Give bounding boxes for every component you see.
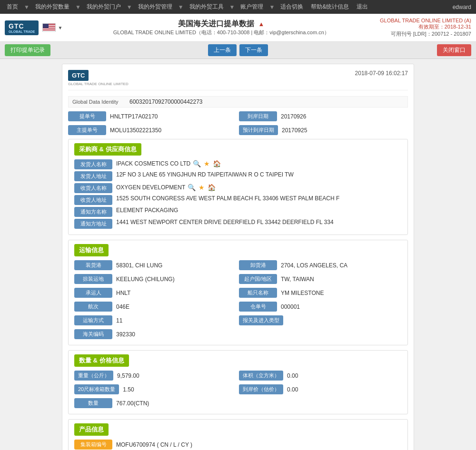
voyage-label: 航次: [74, 302, 112, 312]
origin-country-label: 起户国/地区: [239, 274, 277, 284]
quantity-section: 数量 & 价格信息 重量（公斤） 9,579.00 体积（立方米） 0.00 2…: [68, 350, 408, 414]
nav-tools[interactable]: 我的外贸工具: [188, 2, 226, 12]
shipper-star-icon[interactable]: ★: [203, 159, 210, 168]
transport-mode-value: 11: [116, 317, 237, 324]
qty-label: 数量: [74, 398, 112, 408]
document-content: GTC GLOBAL TRADE ONLINE LIMITED 2018-07-…: [57, 59, 419, 450]
carrier-row: 承运人 HNLT: [74, 288, 237, 298]
consignee-star-icon[interactable]: ★: [198, 183, 205, 192]
close-button[interactable]: 关闭窗口: [437, 44, 471, 56]
page-title: 美国海关进口提单数据 ▲: [113, 19, 329, 29]
product-section-header: 产品信息: [74, 423, 109, 436]
customs-code-value: 392330: [116, 331, 402, 338]
notify-value: ELEMENT PACKAGING: [116, 207, 402, 214]
volume-value: 0.00: [287, 372, 402, 379]
voyage-row: 航次 046E: [74, 302, 237, 312]
consignee-value: OXYGEN DEVELOPMENT: [116, 184, 185, 191]
user-name: edward: [453, 4, 471, 10]
prev-button[interactable]: 上一条: [208, 44, 237, 56]
foreign-port-row: 报关及进入类型: [239, 315, 402, 325]
nav-home[interactable]: 首页: [5, 2, 20, 12]
page-subtitle: GLOBAL TRADE ONLINE LIMITED（电话：400-710-3…: [113, 29, 329, 36]
gdi-row: Global Data Identity 6003201709270000044…: [68, 96, 408, 108]
gdi-value: 60032017092700000442273: [129, 98, 203, 105]
nav-switch[interactable]: 适合切换: [278, 2, 305, 12]
consignee-addr-row: 收货人地址 1525 SOUTH CONGRESS AVE WEST PALM …: [74, 195, 402, 205]
consignee-value-area: OXYGEN DEVELOPMENT 🔍 ★ 🏠: [116, 183, 216, 192]
container20-row: 20尺标准箱数量 1.50: [74, 384, 237, 394]
origin-country-value: TW, TAIWAN: [281, 276, 402, 283]
quantity-section-header: 数量 & 价格信息: [74, 354, 129, 367]
nav-account[interactable]: 账户管理: [238, 2, 265, 12]
unit-price-label: 到岸价（估价）: [239, 384, 283, 394]
unit-price-row: 到岸价（估价） 0.00: [239, 384, 402, 394]
consignee-home-icon[interactable]: 🏠: [207, 183, 216, 192]
shipper-addr-row: 发货人地址 12F NO 3 LANE 65 YINGJHUN RD TAIPE…: [74, 171, 402, 181]
inbond-label: 仓单号: [239, 302, 277, 312]
notify-addr-label: 通知方地址: [74, 219, 112, 229]
load-origin-value: KEELUNG (CHILUNG): [116, 276, 237, 283]
shipper-home-icon[interactable]: 🏠: [212, 159, 221, 168]
print-area[interactable]: 打印提单记录: [5, 44, 50, 56]
load-origin-row: 掠装运地 KEELUNG (CHILUNG): [74, 274, 237, 284]
notify-name-row: 通知方名称 ELEMENT PACKAGING: [74, 207, 402, 217]
weight-row: 重量（公斤） 9,579.00: [74, 371, 237, 381]
volume-label: 体积（立方米）: [239, 371, 283, 381]
main-container: GTC GLOBAL TRADE ONLINE LIMITED 2018-07-…: [0, 59, 476, 450]
arrival-date-row: 到岸日期 20170926: [239, 111, 408, 121]
document-card: GTC GLOBAL TRADE ONLINE LIMITED 2018-07-…: [62, 64, 414, 450]
inbond-row: 仓单号 000001: [239, 302, 402, 312]
notify-addr-row: 通知方地址 1441 WEST NEWPORT CENTER DRIVE DEE…: [74, 219, 402, 229]
transport-section-header: 运输信息: [74, 244, 109, 256]
nav-logout[interactable]: 退出: [355, 2, 370, 12]
voyage-value: 046E: [116, 303, 237, 310]
header-title-area: 美国海关进口提单数据 ▲ GLOBAL TRADE ONLINE LIMITED…: [113, 19, 329, 36]
nav-items: 首页 ▼ 我的外贸数量 ▼ 我的外贸门户 ▼ 我的外贸管理 ▼ 我的外贸工具 ▼…: [5, 2, 370, 12]
doc-datetime: 2018-07-09 16:02:17: [355, 70, 408, 77]
carrier-label: 承运人: [74, 288, 112, 298]
estimated-arrival-value: 20170925: [282, 127, 408, 134]
consignee-name-row: 收货人名称 OXYGEN DEVELOPMENT 🔍 ★ 🏠: [74, 183, 402, 193]
vessel-name-value: YM MILESTONE: [281, 290, 402, 296]
top-navigation: 首页 ▼ 我的外贸数量 ▼ 我的外贸门户 ▼ 我的外贸管理 ▼ 我的外贸工具 ▼…: [0, 0, 476, 14]
bill-number-row: 提单号 HNLTTP17A02170: [68, 111, 237, 121]
shipper-value-area: IPACK COSMETICS CO LTD 🔍 ★ 🏠: [116, 159, 221, 168]
brand-name: GLOBAL TRADE ONLINE LIMITED (A): [380, 18, 471, 23]
consignee-search-icon[interactable]: 🔍: [187, 183, 196, 192]
shipper-addr-label: 发货人地址: [74, 171, 112, 181]
container20-label: 20尺标准箱数量: [74, 384, 119, 394]
estimated-arrival-row: 预计到岸日期 20170925: [239, 125, 408, 135]
usage-range: 可用刊号 [LDR]：200712 - 201807: [380, 30, 471, 38]
load-origin-label: 掠装运地: [74, 274, 112, 284]
doc-header: GTC GLOBAL TRADE ONLINE LIMITED 2018-07-…: [68, 70, 408, 90]
unload-port-label: 卸货港: [239, 260, 277, 270]
print-button[interactable]: 打印提单记录: [5, 44, 50, 56]
shipper-search-icon[interactable]: 🔍: [192, 159, 201, 168]
shipper-addr-value: 12F NO 3 LANE 65 YINGJHUN RD TAIPEITAIWA…: [116, 171, 402, 178]
inbond-value: 000001: [281, 303, 402, 310]
transport-grid: 装货港 58301, CHI LUNG 卸货港 2704, LOS ANGELE…: [74, 260, 402, 327]
master-bill-value: MOLU13502221350: [110, 127, 237, 134]
consignee-addr-value: 1525 SOUTH CONGRESS AVE WEST PALM BEACH …: [116, 195, 402, 202]
bill-fields: 提单号 HNLTTP17A02170 到岸日期 20170926 主提单号 MO…: [68, 111, 408, 137]
vessel-name-row: 船只名称 YM MILESTONE: [239, 288, 402, 298]
bill-number-label: 提单号: [68, 111, 106, 121]
notify-addr-value: 1441 WEST NEWPORT CENTER DRIVE DEERFIELD…: [116, 219, 402, 225]
page-header: GTC GLOBAL TRADE ▼ 美国海关进口提单数据 ▲ GLOBAL T…: [0, 14, 476, 42]
weight-label: 重量（公斤）: [74, 371, 113, 381]
nav-management[interactable]: 我的外贸管理: [136, 2, 174, 12]
nav-data[interactable]: 我的外贸数量: [33, 2, 71, 12]
close-area[interactable]: 关闭窗口: [437, 44, 471, 56]
nav-help[interactable]: 帮助&统计信息: [309, 2, 351, 12]
nav-portal[interactable]: 我的外贸门户: [85, 2, 123, 12]
license-info: GLOBAL TRADE ONLINE LIMITED (A) 有效期至：201…: [380, 18, 471, 38]
estimated-arrival-label: 预计到岸日期: [239, 125, 278, 135]
shipper-name-row: 发货人名称 IPACK COSMETICS CO LTD 🔍 ★ 🏠: [74, 159, 402, 169]
consignee-label: 收货人名称: [74, 183, 112, 193]
container-no-row: 集装箱编号 MOFU6700974 ( CN / L / CY ): [74, 440, 402, 450]
next-button[interactable]: 下一条: [239, 44, 268, 56]
arrival-date-value: 20170926: [281, 113, 408, 120]
arrival-date-label: 到岸日期: [239, 111, 277, 121]
transport-mode-label: 运输方式: [74, 315, 112, 325]
valid-until: 有效期至：2018-12-31: [380, 23, 471, 30]
